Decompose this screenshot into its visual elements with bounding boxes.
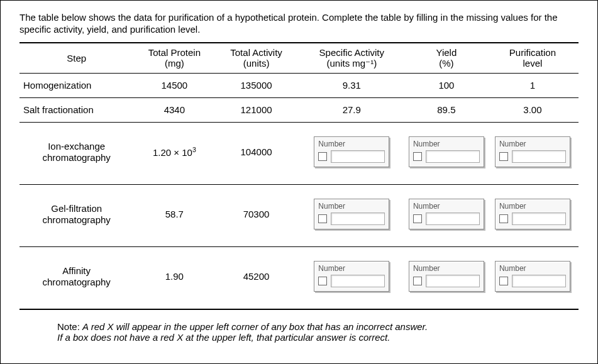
status-icon (318, 214, 327, 223)
answer-label: Number (499, 264, 566, 273)
note-line1: A red X will appear in the upper left co… (82, 321, 428, 332)
cell-yield: 89.5 (406, 97, 487, 122)
step-line2: chromatography (42, 214, 110, 225)
col-tp-unit: (mg) (165, 58, 184, 69)
question-container: The table below shows the data for purif… (0, 0, 598, 364)
col-step: Step (19, 43, 133, 74)
cell-total-protein: 1.20 × 103 (133, 122, 215, 184)
cell-total-activity: 121000 (215, 97, 297, 122)
table-row: Ion-exchange chromatography 1.20 × 103 1… (19, 122, 579, 184)
step-line1: Ion-exchange (48, 141, 105, 152)
cell-yield: 100 (406, 73, 487, 97)
status-icon (499, 152, 508, 161)
cell-total-protein: 1.90 (133, 246, 215, 309)
answer-label: Number (499, 202, 566, 211)
answer-label: Number (318, 140, 385, 148)
answer-label: Number (413, 264, 480, 273)
cell-specific-activity: 27.9 (297, 97, 406, 122)
purification-input[interactable] (512, 212, 566, 225)
yield-input[interactable] (426, 150, 480, 163)
step-name: Homogenization (22, 80, 131, 91)
step-line2: chromatography (42, 152, 110, 163)
cell-total-protein: 58.7 (133, 184, 215, 246)
status-icon (413, 277, 422, 285)
answer-box-specific-activity: Number (314, 199, 389, 229)
answer-box-purification: Number (495, 261, 570, 292)
col-pl-label: Purification (509, 47, 556, 58)
step-line1: Affinity (62, 265, 91, 276)
table-row: Salt fractionation 4340 121000 27.9 89.5… (19, 97, 579, 122)
col-specific-activity: Specific Activity (units mg⁻¹) (297, 43, 406, 74)
note-prefix: Note: (57, 321, 82, 332)
table-row: Affinity chromatography 1.90 45200 Numbe… (19, 246, 579, 309)
status-icon (318, 152, 327, 161)
step-name: Affinity chromatography (22, 265, 131, 288)
cell-total-protein: 14500 (133, 73, 215, 97)
answer-box-specific-activity: Number (314, 136, 389, 167)
col-total-activity: Total Activity (units) (215, 43, 297, 74)
col-tp-label: Total Protein (148, 47, 201, 58)
col-y-unit: (%) (439, 58, 453, 69)
col-pl-sub: level (523, 58, 543, 69)
cell-total-activity: 70300 (215, 184, 297, 246)
cell-specific-activity: 9.31 (297, 73, 406, 97)
answer-label: Number (318, 202, 385, 211)
step-name: Ion-exchange chromatography (22, 141, 131, 163)
specific-activity-input[interactable] (331, 212, 385, 225)
yield-input[interactable] (426, 275, 480, 287)
col-yield: Yield (%) (406, 43, 487, 74)
note: Note: A red X will appear in the upper l… (19, 321, 579, 343)
purification-input[interactable] (512, 275, 566, 287)
col-y-label: Yield (436, 47, 457, 58)
answer-label: Number (499, 140, 566, 148)
answer-box-yield: Number (409, 261, 484, 292)
table-header-row: Step Total Protein (mg) Total Activity (… (19, 43, 579, 74)
answer-label: Number (318, 264, 385, 273)
cell-total-protein: 4340 (133, 97, 215, 122)
answer-box-purification: Number (495, 199, 570, 229)
col-ta-unit: (units) (243, 58, 270, 69)
status-icon (413, 214, 422, 223)
specific-activity-input[interactable] (331, 150, 385, 163)
col-sa-label: Specific Activity (319, 47, 384, 58)
answer-box-purification: Number (495, 136, 570, 167)
answer-box-yield: Number (409, 199, 484, 229)
status-icon (499, 277, 508, 285)
answer-box-yield: Number (409, 136, 484, 167)
status-icon (318, 277, 327, 285)
step-name: Gel-filtration chromatography (22, 203, 131, 226)
answer-label: Number (413, 140, 480, 148)
col-total-protein: Total Protein (mg) (133, 43, 215, 74)
note-line2: If a box does not have a red X at the up… (57, 332, 390, 343)
answer-label: Number (413, 202, 480, 211)
answer-box-specific-activity: Number (314, 261, 389, 292)
col-purification: Purification level (487, 43, 579, 74)
yield-input[interactable] (426, 212, 480, 225)
col-ta-label: Total Activity (230, 47, 282, 58)
status-icon (413, 152, 422, 161)
purification-input[interactable] (512, 150, 566, 163)
purification-table: Step Total Protein (mg) Total Activity (… (19, 42, 579, 310)
status-icon (499, 214, 508, 223)
table-row: Gel-filtration chromatography 58.7 70300… (19, 184, 579, 246)
step-line2: chromatography (42, 277, 110, 287)
cell-total-activity: 135000 (215, 73, 297, 97)
cell-purification: 1 (487, 73, 579, 97)
cell-purification: 3.00 (487, 97, 579, 122)
step-name: Salt fractionation (22, 104, 131, 116)
table-row: Homogenization 14500 135000 9.31 100 1 (19, 73, 579, 97)
specific-activity-input[interactable] (331, 275, 385, 287)
step-line1: Gel-filtration (51, 203, 102, 214)
cell-total-activity: 104000 (215, 122, 297, 184)
cell-total-activity: 45200 (215, 246, 297, 309)
question-prompt: The table below shows the data for purif… (19, 12, 579, 36)
col-sa-unit: (units mg⁻¹) (326, 58, 377, 69)
col-step-label: Step (67, 53, 86, 63)
